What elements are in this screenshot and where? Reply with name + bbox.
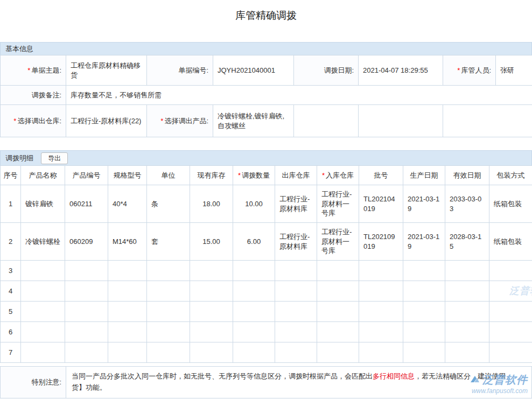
out-product-label: *选择调出产品: <box>147 105 213 137</box>
table-row: 6 <box>1 322 532 342</box>
remark-label: 调拨备注: <box>1 86 66 105</box>
cell-seq: 4 <box>1 281 21 302</box>
note-text-line2: 货】功能。 <box>72 382 526 394</box>
col-stock: 现有库存 <box>190 166 233 185</box>
cell-in-warehouse: 工程行业-原材料一号库 <box>317 223 359 261</box>
remark-value: 库存数量不足，不够销售所需 <box>66 86 532 105</box>
cell-package: 纸箱包装 <box>489 223 532 261</box>
cell-unit: 套 <box>147 223 190 261</box>
table-row: 5 <box>1 302 532 322</box>
cell-spec: M14*60 <box>108 223 147 261</box>
note-text-highlight: 多行相同信息 <box>373 372 415 380</box>
cell-out-warehouse: 工程行业-原材料库 <box>275 223 317 261</box>
cell-product-code: 060211 <box>65 185 108 223</box>
detail-table: 序号 产品名称 产品编号 规格型号 单位 现有库存 *调拨数量 出库仓库 *入库… <box>0 165 532 363</box>
required-marker: * <box>27 66 30 74</box>
doc-number-value: JQYH2021040001 <box>213 55 294 86</box>
cell-batch: TL202104019 <box>359 185 403 223</box>
cell-spec: 40*4 <box>108 185 147 223</box>
col-out-warehouse: 出库仓库 <box>275 166 317 185</box>
detail-section-header: 调拨明细 导出 <box>0 150 532 165</box>
cell-expiry-date: 2028-03-15 <box>445 223 489 261</box>
keeper-value: 张研 <box>496 55 532 86</box>
cell-in-warehouse: 工程行业-原材料一号库 <box>317 185 359 223</box>
cell-stock: 15.00 <box>190 223 233 261</box>
col-batch: 批号 <box>359 166 403 185</box>
watermark-url: www.fanpusoft.com <box>470 387 528 395</box>
cell-production-date: 2021-03-19 <box>403 223 445 261</box>
basic-info-table: *单据主题: 工程仓库原材料精确移货 单据编号: JQYH2021040001 … <box>0 55 532 137</box>
cell-expiry-date: 2033-03-03 <box>445 185 489 223</box>
special-note-content: 当同一产品分多批次入同一仓库时，如无批号、无序列号等信息区分，调拨时根据产品，会… <box>66 367 531 398</box>
required-marker: * <box>322 171 325 179</box>
required-marker: * <box>160 117 163 125</box>
note-text-before: 当同一产品分多批次入同一仓库时，如无批号、无序列号等信息区分，调拨时根据产品，会… <box>72 372 373 380</box>
transfer-date-label: 调拨日期: <box>294 55 359 86</box>
cell-seq: 1 <box>1 185 21 223</box>
col-product-name: 产品名称 <box>21 166 65 185</box>
table-row: 7 <box>1 342 532 363</box>
subject-value: 工程仓库原材料精确移货 <box>66 55 147 86</box>
cell-seq: 3 <box>1 261 21 281</box>
required-marker: * <box>13 117 16 125</box>
out-product-value: 冷镀锌螺栓,镀锌扁铁,自攻螺丝 <box>213 105 294 137</box>
col-product-code: 产品编号 <box>65 166 108 185</box>
page-title: 库管精确调拨 <box>0 0 532 23</box>
col-production-date: 生产日期 <box>403 166 445 185</box>
cell-product-name: 冷镀锌螺栓 <box>21 223 65 261</box>
detail-header-row: 序号 产品名称 产品编号 规格型号 单位 现有库存 *调拨数量 出库仓库 *入库… <box>1 166 532 185</box>
special-note: 特别注意: 当同一产品分多批次入同一仓库时，如无批号、无序列号等信息区分，调拨时… <box>0 366 532 398</box>
detail-section-title: 调拨明细 <box>5 153 33 163</box>
transfer-date-value: 2021-04-07 18:29:55 <box>359 55 443 86</box>
fanpusoft-logo-icon <box>470 375 480 386</box>
cell-batch: TL202109019 <box>359 223 403 261</box>
cell-unit: 条 <box>147 185 190 223</box>
basic-info-title: 基本信息 <box>5 44 33 54</box>
col-spec: 规格型号 <box>108 166 147 185</box>
special-note-label: 特别注意: <box>1 367 66 398</box>
cell-production-date: 2021-03-19 <box>403 185 445 223</box>
out-warehouse-value: 工程行业-原材料库(22) <box>66 105 147 137</box>
out-warehouse-label: *选择调出仓库: <box>1 105 66 137</box>
empty-cell <box>359 105 443 137</box>
cell-transfer-qty: 6.00 <box>233 223 275 261</box>
col-transfer-qty: *调拨数量 <box>233 166 275 185</box>
watermark: 泛普软件 www.fanpusoft.com <box>470 373 528 395</box>
required-marker: * <box>238 171 241 179</box>
cell-seq: 7 <box>1 342 21 363</box>
table-row: 1 镀锌扁铁 060211 40*4 条 18.00 10.00 工程行业-原材… <box>1 185 532 223</box>
cell-seq: 5 <box>1 302 21 322</box>
cell-seq: 2 <box>1 223 21 261</box>
form-row-1: *单据主题: 工程仓库原材料精确移货 单据编号: JQYH2021040001 … <box>1 55 532 86</box>
cell-product-name: 镀锌扁铁 <box>21 185 65 223</box>
empty-cell <box>294 105 359 137</box>
required-marker: * <box>457 66 460 74</box>
table-row: 2 冷镀锌螺栓 060209 M14*60 套 15.00 6.00 工程行业-… <box>1 223 532 261</box>
cell-stock: 18.00 <box>190 185 233 223</box>
col-seq: 序号 <box>1 166 21 185</box>
subject-label: *单据主题: <box>1 55 66 86</box>
col-in-warehouse: *入库仓库 <box>317 166 359 185</box>
table-row: 4 <box>1 281 532 302</box>
col-unit: 单位 <box>147 166 190 185</box>
cell-seq: 6 <box>1 322 21 342</box>
cell-package: 纸箱包装 <box>489 185 532 223</box>
keeper-label: *库管人员: <box>443 55 496 86</box>
transfer-detail-page: 库管精确调拨 基本信息 *单据主题: 工程仓库原材料精确移货 单据编号: JQY… <box>0 0 532 399</box>
form-row-3: *选择调出仓库: 工程行业-原材料库(22) *选择调出产品: 冷镀锌螺栓,镀锌… <box>1 105 532 137</box>
cell-product-code: 060209 <box>65 223 108 261</box>
cell-out-warehouse: 工程行业-原材料库 <box>275 185 317 223</box>
form-row-2: 调拨备注: 库存数量不足，不够销售所需 <box>1 86 532 105</box>
table-row: 3 <box>1 261 532 281</box>
basic-info-header: 基本信息 <box>0 42 532 55</box>
watermark-brand: 泛普软件 <box>482 373 528 387</box>
export-button[interactable]: 导出 <box>41 152 68 164</box>
doc-number-label: 单据编号: <box>147 55 213 86</box>
col-expiry-date: 有效日期 <box>445 166 489 185</box>
empty-cell <box>443 105 532 137</box>
watermark-partial: 泛普软件 <box>509 284 532 297</box>
col-package: 包装方式 <box>489 166 532 185</box>
cell-transfer-qty: 10.00 <box>233 185 275 223</box>
